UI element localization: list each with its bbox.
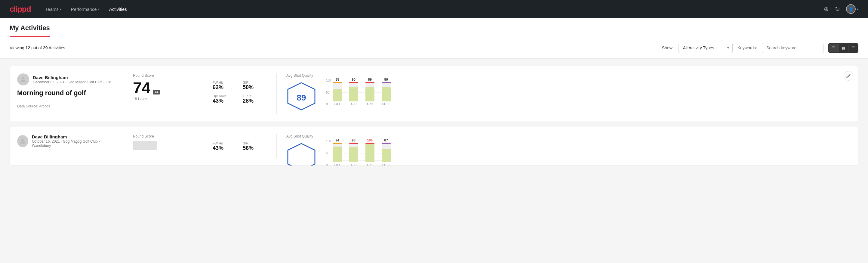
bar-tick-putt <box>382 82 391 83</box>
add-icon[interactable]: ⊕ <box>824 5 829 12</box>
bar-wrapper-ott <box>333 82 342 101</box>
filter-bar: Viewing 12 out of 29 Activities Show: Al… <box>0 37 868 59</box>
fw-hit-stat: FW Hit 43% <box>213 141 237 151</box>
navbar: clippd Teams ▾ Performance ▾ Activities … <box>0 0 868 18</box>
y-label-0: 0 <box>326 164 331 166</box>
grid-view-button[interactable]: ▦ <box>839 43 848 52</box>
bar-wrapper-ott <box>333 143 342 162</box>
round-score-section: Round Score <box>133 134 193 150</box>
bar-fill-putt <box>382 87 391 101</box>
user-avatar-icon <box>19 138 26 145</box>
gir-value: 56% <box>243 145 267 151</box>
chevron-down-icon: ▾ <box>98 7 99 11</box>
activity-count: Viewing 12 out of 29 Activities <box>10 46 657 50</box>
viewing-count: 12 <box>26 46 30 50</box>
up-down-stat: Up/Down 43% <box>213 94 237 104</box>
navbar-right: ⊕ ↻ 👤 ▾ <box>824 4 858 14</box>
activity-type-select[interactable]: All Activity Types Golf Round Practice L… <box>679 43 733 53</box>
bar-chart: 100 50 0 85 <box>326 76 851 112</box>
nav-item-activities[interactable]: Activities <box>109 4 127 14</box>
one-putt-value: 28% <box>243 98 267 104</box>
app-logo[interactable]: clippd <box>10 4 31 14</box>
avg-shot-quality-section: Avg Shot Quality 100 50 0 <box>286 134 851 166</box>
user-avatar-icon <box>20 76 27 83</box>
divider <box>123 134 123 158</box>
bar-fill-arg <box>365 87 374 101</box>
one-putt-label: 1 Putt <box>243 94 267 98</box>
user-info: Dave Billingham December 05, 2021 · Gog … <box>33 75 111 84</box>
page-title: My Activities <box>10 24 50 37</box>
chart-col-app: 93 APP <box>349 139 358 166</box>
activity-type-select-wrapper: All Activity Types Golf Round Practice L… <box>679 43 733 53</box>
page-header: My Activities <box>0 18 868 37</box>
fw-hit-value: 62% <box>213 84 237 91</box>
asq-hex-block: Avg Shot Quality 89 <box>286 74 316 114</box>
activity-card: Dave Billingham October 16, 2021 · Gog M… <box>10 127 858 166</box>
holes-label: 18 Holes <box>133 97 193 101</box>
svg-marker-3 <box>288 144 315 166</box>
search-input[interactable] <box>762 43 824 53</box>
avatar-icon: 👤 <box>848 7 854 11</box>
divider <box>123 74 123 114</box>
up-down-value: 43% <box>213 98 237 104</box>
activity-card: Dave Billingham December 05, 2021 · Gog … <box>10 66 858 122</box>
nav-label-teams: Teams <box>45 7 59 12</box>
chart-col-ott: 85 OTT <box>333 78 342 106</box>
svg-point-2 <box>21 139 24 141</box>
user-date: October 16, 2021 · Gog Magog Golf Club -… <box>32 139 114 148</box>
y-label-50: 50 <box>326 91 331 94</box>
bar-wrapper-arg <box>365 82 374 101</box>
card-user: Dave Billingham October 16, 2021 · Gog M… <box>17 134 114 148</box>
divider <box>276 134 277 158</box>
fw-hit-stat: FW Hit 62% <box>213 81 237 91</box>
y-label-0: 0 <box>326 103 331 106</box>
gir-stat: GIR 56% <box>243 141 267 151</box>
bar-fill-app <box>349 87 358 101</box>
bar-value-arg: 89 <box>368 78 372 81</box>
hexagon-container: 89 <box>286 81 316 114</box>
bar-wrapper-putt <box>382 82 391 101</box>
chart-col-putt: 87 PUTT <box>382 139 391 166</box>
bar-label-app: APP <box>351 164 357 166</box>
fw-hit-value: 43% <box>213 145 237 151</box>
bar-label-putt: PUTT <box>382 103 390 106</box>
chart-col-arg: 89 ARG <box>365 78 374 106</box>
y-label-100: 100 <box>326 140 331 143</box>
one-putt-stat: 1 Putt 28% <box>243 94 267 104</box>
chart-col-app: 90 APP <box>349 78 358 106</box>
divider <box>276 74 277 114</box>
hexagon-shape <box>286 142 316 166</box>
keywords-label: Keywords: <box>738 46 757 50</box>
chart-col-arg: 106 ARG <box>365 139 374 166</box>
nav-item-teams[interactable]: Teams ▾ <box>45 4 61 14</box>
bar-value-arg: 106 <box>367 139 373 142</box>
avatar-button[interactable]: 👤 ▾ <box>846 4 858 14</box>
card-user-section: Dave Billingham October 16, 2021 · Gog M… <box>17 134 114 151</box>
bar-value-putt: 87 <box>384 139 388 142</box>
card-user: Dave Billingham December 05, 2021 · Gog … <box>17 74 114 85</box>
bar-label-arg: ARG <box>367 103 373 106</box>
score-placeholder <box>133 141 157 150</box>
bar-tick-app <box>349 82 358 83</box>
compact-view-button[interactable]: ☰ <box>848 43 858 52</box>
user-date: December 05, 2021 · Gog Magog Golf Club … <box>33 80 111 84</box>
viewing-middle: out of <box>31 46 43 50</box>
round-score-label: Round Score <box>133 74 193 78</box>
gir-value: 50% <box>243 84 267 91</box>
refresh-icon[interactable]: ↻ <box>835 5 840 12</box>
sub-stats: FW Hit 62% GIR 50% Up/Down 43% 1 Putt 28… <box>213 74 267 104</box>
bar-label-ott: OTT <box>335 103 340 106</box>
activity-list: Dave Billingham December 05, 2021 · Gog … <box>0 59 868 173</box>
user-name: Dave Billingham <box>33 75 111 80</box>
data-source: Data Source: Arccos <box>17 104 114 108</box>
gir-stat: GIR 50% <box>243 81 267 91</box>
bar-label-ott: OTT <box>335 164 340 166</box>
viewing-total: 29 <box>43 46 48 50</box>
list-view-button[interactable]: ☰ <box>829 43 839 52</box>
nav-item-performance[interactable]: Performance ▾ <box>71 4 99 14</box>
y-label-50: 50 <box>326 152 331 155</box>
grid-icon: ▦ <box>841 46 845 50</box>
asq-value: 89 <box>297 93 306 103</box>
bar-fill-ott <box>333 89 342 101</box>
fw-hit-label: FW Hit <box>213 81 237 84</box>
